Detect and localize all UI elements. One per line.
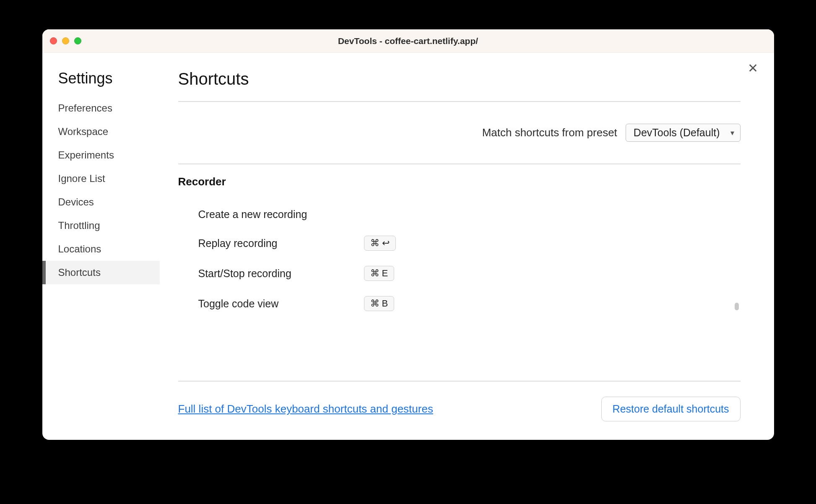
shortcut-row[interactable]: Replay recording ⌘ ↩	[178, 228, 741, 258]
close-icon[interactable]: ✕	[748, 62, 758, 75]
sidebar-item-label: Workspace	[58, 126, 109, 137]
shortcut-row[interactable]: Start/Stop recording ⌘ E	[178, 258, 741, 288]
full-shortcuts-link[interactable]: Full list of DevTools keyboard shortcuts…	[178, 403, 433, 416]
shortcut-section-recorder: Recorder Create a new recording Replay r…	[178, 164, 741, 340]
preset-row: Match shortcuts from preset DevTools (De…	[178, 102, 741, 164]
window-minimize-button[interactable]	[62, 37, 69, 44]
sidebar-item-throttling[interactable]: Throttling	[42, 214, 160, 237]
window-close-button[interactable]	[50, 37, 57, 44]
window-content: ✕ Settings Preferences Workspace Experim…	[42, 53, 774, 440]
window-title: DevTools - coffee-cart.netlify.app/	[42, 36, 774, 46]
settings-main-panel: Shortcuts Match shortcuts from preset De…	[160, 53, 774, 440]
preset-select[interactable]: DevTools (Default)	[626, 124, 741, 142]
shortcut-desc: Toggle code view	[198, 298, 364, 310]
sidebar-item-label: Locations	[58, 243, 101, 255]
devtools-window: DevTools - coffee-cart.netlify.app/ ✕ Se…	[42, 29, 774, 440]
window-titlebar: DevTools - coffee-cart.netlify.app/	[42, 29, 774, 53]
sidebar-item-experiments[interactable]: Experiments	[42, 143, 160, 167]
shortcut-desc: Start/Stop recording	[198, 268, 364, 280]
shortcut-keycap: ⌘ ↩	[364, 236, 396, 251]
sidebar-item-label: Throttling	[58, 220, 100, 231]
shortcut-section-title: Recorder	[178, 175, 741, 188]
shortcut-keycap: ⌘ B	[364, 296, 395, 311]
sidebar-item-devices[interactable]: Devices	[42, 190, 160, 214]
restore-defaults-button[interactable]: Restore default shortcuts	[601, 397, 741, 421]
shortcut-keycap: ⌘ E	[364, 266, 395, 281]
window-maximize-button[interactable]	[74, 37, 81, 44]
sidebar-item-locations[interactable]: Locations	[42, 237, 160, 261]
sidebar-item-label: Ignore List	[58, 173, 105, 184]
sidebar-item-label: Preferences	[58, 102, 112, 114]
settings-sidebar: Settings Preferences Workspace Experimen…	[42, 53, 160, 440]
shortcut-desc: Create a new recording	[198, 208, 364, 221]
shortcut-row[interactable]: Toggle code view ⌘ B	[178, 288, 741, 319]
shortcut-row[interactable]: Create a new recording	[178, 201, 741, 228]
sidebar-item-label: Shortcuts	[58, 267, 101, 278]
preset-select-value: DevTools (Default)	[634, 127, 720, 138]
sidebar-item-label: Devices	[58, 196, 94, 208]
sidebar-item-label: Experiments	[58, 149, 114, 161]
shortcut-desc: Replay recording	[198, 237, 364, 249]
sidebar-title: Settings	[42, 70, 160, 96]
sidebar-item-workspace[interactable]: Workspace	[42, 120, 160, 143]
sidebar-item-shortcuts[interactable]: Shortcuts	[42, 261, 160, 284]
sidebar-item-ignore-list[interactable]: Ignore List	[42, 167, 160, 190]
preset-label: Match shortcuts from preset	[482, 126, 617, 139]
page-title: Shortcuts	[178, 70, 741, 102]
settings-footer: Full list of DevTools keyboard shortcuts…	[178, 381, 741, 440]
scrollbar-thumb[interactable]	[735, 303, 739, 310]
sidebar-item-preferences[interactable]: Preferences	[42, 96, 160, 120]
window-traffic-lights	[50, 37, 81, 44]
